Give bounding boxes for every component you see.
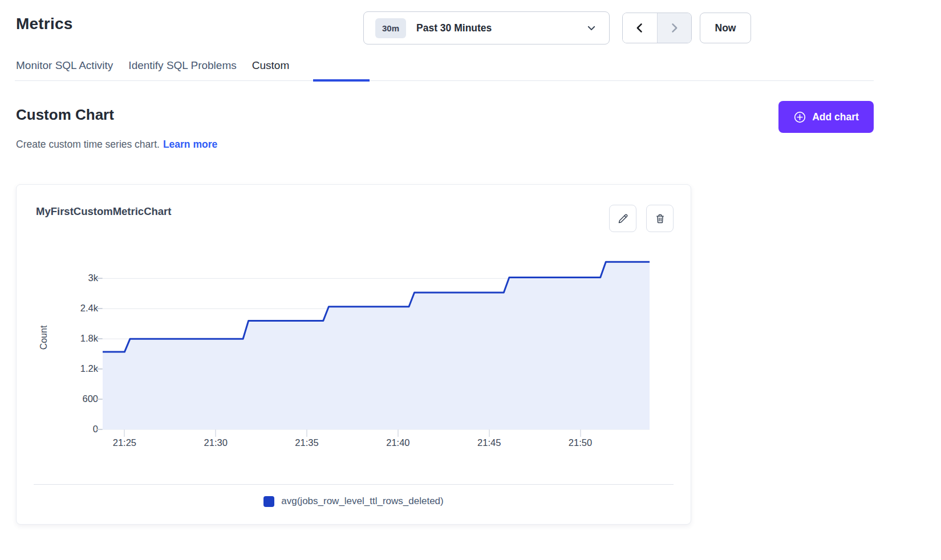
- y-tick-label: 2.4k: [51, 303, 98, 314]
- y-tick-label: 0: [51, 424, 98, 435]
- trash-icon: [654, 213, 666, 225]
- x-tick-label: 21:50: [558, 437, 603, 448]
- section-subtitle-text: Create custom time series chart.: [16, 139, 160, 150]
- next-time-button[interactable]: [657, 13, 691, 43]
- pencil-icon: [617, 213, 629, 225]
- section-title: Custom Chart: [16, 106, 114, 124]
- time-range-label: Past 30 Minutes: [416, 22, 586, 34]
- tabs-divider: [15, 80, 874, 81]
- legend-divider: [34, 484, 674, 485]
- add-chart-button[interactable]: Add chart: [778, 101, 874, 133]
- chevron-down-icon: [586, 23, 597, 33]
- y-tick-mark: [97, 368, 103, 370]
- tab-monitor-sql-activity[interactable]: Monitor SQL Activity: [16, 59, 113, 81]
- now-button[interactable]: Now: [700, 13, 751, 43]
- x-tick-label: 21:25: [102, 437, 147, 448]
- chart-title: MyFirstCustomMetricChart: [36, 205, 171, 218]
- y-tick-mark: [97, 338, 103, 339]
- page-title: Metrics: [16, 15, 72, 33]
- y-tick-mark: [97, 308, 103, 309]
- time-pager: [622, 13, 692, 43]
- time-range-picker[interactable]: 30m Past 30 Minutes: [363, 11, 610, 44]
- metrics-tabs: Monitor SQL Activity Identify SQL Proble…: [16, 59, 289, 81]
- y-tick-label: 3k: [51, 273, 98, 283]
- prev-time-button[interactable]: [623, 13, 657, 43]
- x-tick-label: 21:35: [284, 437, 330, 448]
- y-tick-mark: [97, 429, 103, 430]
- x-tick-label: 21:30: [193, 437, 238, 448]
- x-tick-mark: [124, 429, 125, 437]
- active-tab-underline: [313, 79, 370, 82]
- plus-circle-icon: [793, 111, 806, 124]
- x-tick-mark: [215, 429, 216, 437]
- section-subtitle: Create custom time series chart.Learn mo…: [16, 139, 217, 151]
- chart-plot-svg: [103, 246, 650, 429]
- x-tick-mark: [580, 429, 581, 437]
- chart-legend: avg(jobs_row_level_ttl_rows_deleted): [17, 496, 691, 507]
- chart-plot: [103, 246, 650, 429]
- metrics-page: Metrics 30m Past 30 Minutes Now Monitor …: [0, 0, 941, 560]
- chevron-left-icon: [634, 22, 646, 34]
- y-tick-label: 1.2k: [51, 363, 98, 374]
- tab-identify-sql-problems[interactable]: Identify SQL Problems: [128, 59, 236, 81]
- x-tick-mark: [489, 429, 490, 437]
- x-tick-label: 21:40: [375, 437, 421, 448]
- legend-swatch: [263, 496, 274, 507]
- x-tick-mark: [398, 429, 399, 437]
- edit-chart-button[interactable]: [609, 205, 636, 232]
- learn-more-link[interactable]: Learn more: [163, 139, 217, 150]
- y-tick-mark: [97, 399, 103, 400]
- add-chart-label: Add chart: [812, 111, 859, 123]
- y-tick-label: 1.8k: [51, 333, 98, 344]
- x-tick-label: 21:45: [467, 437, 512, 448]
- tab-custom[interactable]: Custom: [252, 59, 289, 81]
- x-tick-mark: [306, 429, 307, 437]
- delete-chart-button[interactable]: [646, 205, 674, 232]
- time-range-badge: 30m: [375, 18, 406, 38]
- chevron-right-icon: [668, 22, 680, 34]
- chart-card: MyFirstCustomMetricChart Count 06001.2k1…: [16, 184, 691, 525]
- y-tick-label: 600: [51, 393, 98, 404]
- legend-label: avg(jobs_row_level_ttl_rows_deleted): [281, 496, 443, 507]
